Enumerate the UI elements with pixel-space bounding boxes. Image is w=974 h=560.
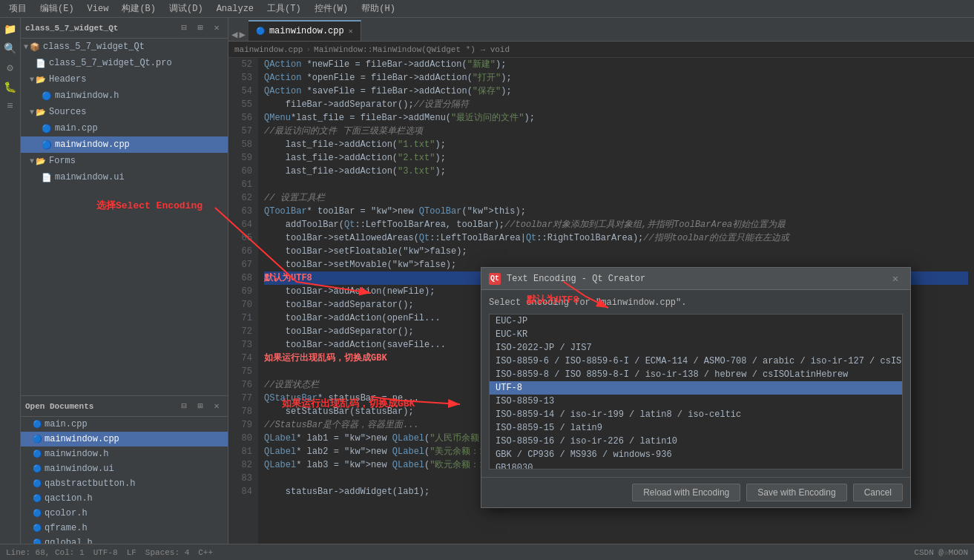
- tree-mainwindow-h[interactable]: 🔵 mainwindow.h: [21, 88, 228, 104]
- code-line: toolBar->setFloatable("kw">false);: [264, 245, 968, 258]
- activity-search-icon[interactable]: 🔍: [2, 40, 19, 56]
- activity-settings-icon[interactable]: ≡: [2, 98, 19, 114]
- file-icon: 🔵: [33, 524, 42, 533]
- filter-btn[interactable]: ⊟: [177, 22, 191, 35]
- menu-controls[interactable]: 控件(W): [309, 1, 355, 16]
- open-doc-item[interactable]: 🔵qglobal.h: [21, 536, 228, 544]
- encoding-list-item[interactable]: EUC-KR: [490, 328, 902, 341]
- activity-files-icon[interactable]: 📁: [2, 21, 19, 37]
- tab-nav: ◀ ▶: [228, 28, 249, 41]
- line-number: 72: [228, 325, 252, 338]
- line-number: 78: [228, 405, 252, 418]
- open-doc-item[interactable]: 🔵qaction.h: [21, 491, 228, 506]
- open-doc-item[interactable]: 🔵main.cpp: [21, 417, 228, 432]
- tree-mainwindow-cpp[interactable]: 🔵 mainwindow.cpp: [21, 136, 228, 153]
- menu-project[interactable]: 项目: [3, 1, 33, 16]
- file-icon: 🔵: [33, 538, 42, 544]
- encoding-list-item[interactable]: ISO-8859-6 / ISO-8859-6-I / ECMA-114 / A…: [490, 355, 902, 368]
- line-number: 73: [228, 338, 252, 352]
- tree-sources-folder[interactable]: ▼ 📂 Sources: [21, 104, 228, 120]
- status-line-col: Line: 68, Col: 1: [6, 548, 85, 557]
- file-icon: 🔵: [33, 479, 42, 488]
- line-number: 59: [228, 151, 252, 165]
- activity-build-icon[interactable]: ⚙: [2, 59, 19, 76]
- encoding-list-item[interactable]: ISO-8859-14 / iso-ir-199 / latin8 / iso-…: [490, 408, 902, 421]
- sidebar-toolbar: class_5_7_widget_Qt ⊟ ⊞ ✕: [21, 18, 228, 39]
- code-line: last_file->addAction("2.txt");: [264, 151, 968, 165]
- dialog-titlebar: Qt Text Encoding - Qt Creator ✕: [481, 268, 910, 290]
- open-docs-add-btn[interactable]: ⊞: [194, 400, 207, 413]
- open-docs-sort-btn[interactable]: ⊟: [177, 400, 191, 413]
- code-line: [264, 178, 968, 191]
- encoding-list-item[interactable]: GBK / CP936 / MS936 / windows-936: [490, 448, 902, 461]
- encoding-list-item[interactable]: ISO-8859-16 / iso-ir-226 / latin10: [490, 435, 902, 448]
- tree-headers-folder[interactable]: ▼ 📂 Headers: [21, 71, 228, 88]
- open-docs-title: Open Documents: [25, 402, 174, 411]
- file-icon: 🔵: [33, 494, 42, 503]
- open-docs-close-btn[interactable]: ✕: [210, 400, 223, 413]
- encoding-dialog: Qt Text Encoding - Qt Creator ✕ Select e…: [481, 267, 911, 508]
- open-doc-item[interactable]: 🔵mainwindow.ui: [21, 461, 228, 476]
- tree-mainwindow-ui[interactable]: 📄 mainwindow.ui: [21, 169, 228, 185]
- file-icon: 🔵: [33, 435, 42, 444]
- sidebar: class_5_7_widget_Qt ⊟ ⊞ ✕ ▼ 📦 class_5_7_…: [21, 18, 228, 544]
- menu-bar: 项目 编辑(E) View 构建(B) 调试(D) Analyze 工具(T) …: [0, 0, 974, 18]
- dialog-title-icon: Qt: [489, 273, 501, 285]
- activity-debug-icon[interactable]: 🐛: [2, 79, 19, 95]
- encoding-list-item[interactable]: GB18030: [490, 461, 902, 470]
- menu-debug[interactable]: 调试(D): [163, 1, 209, 16]
- tree-main-cpp[interactable]: 🔵 main.cpp: [21, 120, 228, 136]
- open-doc-item[interactable]: 🔵qcolor.h: [21, 506, 228, 521]
- menu-analyze[interactable]: Analyze: [211, 2, 260, 16]
- open-doc-item[interactable]: 🔵mainwindow.h: [21, 447, 228, 461]
- encoding-list-item[interactable]: ISO-8859-8 / ISO 8859-8-I / iso-ir-138 /…: [490, 368, 902, 381]
- line-number: 58: [228, 138, 252, 151]
- status-encoding: UTF-8: [93, 548, 118, 557]
- open-docs-panel: Open Documents ⊟ ⊞ ✕ 🔵main.cpp🔵mainwindo…: [21, 395, 228, 544]
- line-number: 60: [228, 165, 252, 178]
- close-sidebar-btn[interactable]: ✕: [210, 22, 223, 35]
- tree-forms-folder[interactable]: ▼ 📂 Forms: [21, 153, 228, 169]
- save-encoding-btn[interactable]: Save with Encoding: [746, 484, 846, 501]
- tab-prev-btn[interactable]: ◀: [231, 28, 237, 41]
- code-line: last_file->addAction("1.txt");: [264, 138, 968, 151]
- menu-tools[interactable]: 工具(T): [261, 1, 307, 16]
- sync-btn[interactable]: ⊞: [194, 22, 207, 35]
- forms-folder-icon: 📂: [36, 157, 46, 166]
- tab-next-btn[interactable]: ▶: [239, 28, 245, 41]
- encoding-list-item[interactable]: UTF-8: [490, 381, 902, 395]
- headers-folder-icon: 📂: [36, 75, 46, 85]
- encoding-list-item[interactable]: EUC-JP: [490, 314, 902, 328]
- sidebar-title: class_5_7_widget_Qt: [25, 24, 174, 33]
- file-icon: 🔵: [33, 420, 42, 429]
- code-line: // 设置工具栏: [264, 191, 968, 205]
- code-line: QAction *saveFile = fileBar->addAction("…: [264, 85, 968, 98]
- open-doc-item[interactable]: 🔵mainwindow.cpp: [21, 432, 228, 447]
- menu-edit[interactable]: 编辑(E): [34, 1, 80, 16]
- menu-help[interactable]: 帮助(H): [355, 1, 401, 16]
- tab-mainwindow-cpp[interactable]: 🔵 mainwindow.cpp ✕: [249, 20, 361, 41]
- encoding-list[interactable]: EUC-JPEUC-KRISO-2022-JP / JIS7ISO-8859-6…: [489, 314, 903, 470]
- line-number: 68: [228, 271, 252, 285]
- tab-close-btn[interactable]: ✕: [349, 27, 353, 36]
- h-file-icon: 🔵: [42, 91, 52, 101]
- dialog-close-btn[interactable]: ✕: [888, 271, 903, 286]
- menu-view[interactable]: View: [82, 2, 115, 16]
- open-doc-item[interactable]: 🔵qframe.h: [21, 521, 228, 536]
- status-language: C++: [198, 548, 213, 557]
- code-line: last_file->addAction("3.txt");: [264, 165, 968, 178]
- line-number: 53: [228, 71, 252, 85]
- encoding-list-item[interactable]: ISO-8859-15 / latin9: [490, 421, 902, 435]
- cancel-btn[interactable]: Cancel: [853, 484, 903, 501]
- tree-root[interactable]: ▼ 📦 class_5_7_widget_Qt: [21, 39, 228, 55]
- encoding-list-item[interactable]: ISO-2022-JP / JIS7: [490, 341, 902, 355]
- tab-bar: ◀ ▶ 🔵 mainwindow.cpp ✕: [228, 18, 974, 42]
- reload-encoding-btn[interactable]: Reload with Encoding: [632, 484, 740, 501]
- encoding-list-item[interactable]: ISO-8859-13: [490, 395, 902, 408]
- open-doc-item[interactable]: 🔵qabstractbutton.h: [21, 476, 228, 491]
- ui-file-icon: 📄: [42, 173, 52, 182]
- line-number: 84: [228, 485, 252, 498]
- menu-build[interactable]: 构建(B): [116, 1, 162, 16]
- tree-project-file[interactable]: 📄 class_5_7_widget_Qt.pro: [21, 55, 228, 71]
- code-line: addToolBar(Qt::LeftToolBarArea, toolBar)…: [264, 218, 968, 231]
